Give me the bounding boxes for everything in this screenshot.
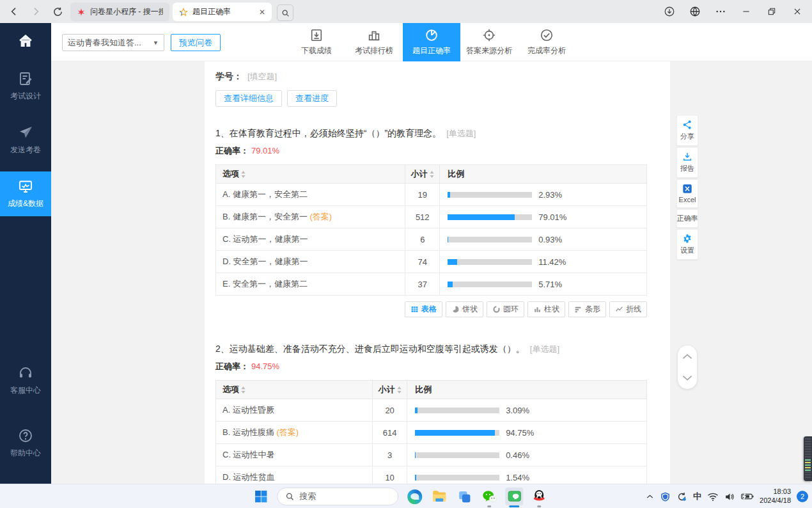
home-icon (17, 33, 34, 49)
chart-type-button-3[interactable]: 柱状 (527, 301, 565, 317)
action-button-0[interactable]: 查看详细信息 (215, 90, 282, 107)
column-header[interactable]: 小计 (373, 381, 407, 399)
tool-panel-1[interactable]: 报告 (676, 147, 698, 178)
count-cell: 19 (405, 184, 440, 206)
ratio-bar-fill (448, 282, 453, 287)
ratio-bar-fill (415, 408, 418, 413)
ime-indicator[interactable]: 中 (693, 491, 701, 502)
battery-icon[interactable] (741, 493, 754, 500)
sort-icon[interactable] (397, 386, 402, 393)
sort-icon[interactable] (241, 171, 246, 178)
option-text: C. 运动第一，健康第一 (223, 234, 308, 244)
browser-menu-icon[interactable] (710, 2, 731, 21)
tool-label: 分享 (680, 132, 694, 141)
ratio-percent: 79.01% (538, 212, 566, 222)
refresh-icon[interactable] (51, 5, 64, 18)
table-row: B. 运动性腹痛 (答案)61494.75% (216, 422, 647, 444)
system-tray: 中 18:03 2024/4/18 2 (646, 484, 808, 508)
content-card: 学号： [填空题] 查看详细信息查看进度 1、在体育教育过程中，必须始终坚持“（… (205, 61, 670, 484)
nav-tab-3[interactable]: 答案来源分析 (460, 23, 518, 61)
sidebar-item-support[interactable]: 客服中心 (0, 358, 51, 403)
security-shield-icon[interactable] (660, 491, 671, 502)
tab-close-icon[interactable]: ✕ (259, 8, 265, 17)
new-tab-search-button[interactable] (277, 4, 293, 21)
ratio-bar-track (415, 452, 499, 458)
taskbar-date: 2024/4/18 (760, 496, 791, 505)
chart-type-button-2[interactable]: 圆环 (487, 301, 524, 317)
help-icon (18, 428, 33, 443)
ratio-percent: 1.54% (506, 473, 529, 482)
tool-panel-3[interactable]: 正确率 (676, 209, 698, 228)
barh-chart-icon (574, 305, 582, 314)
browser-tab-0[interactable]: 问卷星小程序 - 搜一搜 (70, 3, 169, 21)
chart-type-button-0[interactable]: 表格 (405, 301, 442, 317)
volume-icon[interactable] (724, 492, 735, 502)
ratio-percent: 3.09% (506, 406, 529, 415)
start-button[interactable] (252, 488, 270, 505)
tool-excel[interactable]: Excel (676, 179, 698, 208)
taskbar-search[interactable]: 搜索 (277, 488, 398, 505)
sidebar-item-home[interactable] (0, 23, 51, 55)
docked-sidebar-widget[interactable] (804, 436, 812, 481)
sidebar-item-help[interactable]: 帮助中心 (0, 421, 51, 466)
notification-badge[interactable]: 2 (797, 491, 808, 502)
action-button-1[interactable]: 查看进度 (287, 90, 337, 107)
question-title-text: 2、运动基础差、准备活动不充分、进食后立即运动和空腹等引起或诱发（）。 (215, 344, 525, 354)
nav-tab-1[interactable]: 考试排行榜 (345, 23, 403, 61)
widget-stripes (805, 438, 811, 479)
back-icon[interactable] (8, 5, 20, 18)
sidebar-item-send-exam[interactable]: 发送考卷 (0, 118, 51, 163)
wjx-star-icon (77, 8, 86, 17)
sync-icon[interactable] (676, 491, 687, 502)
ratio-bar: 94.75% (415, 428, 646, 438)
ratio-cell: 1.54% (407, 466, 647, 484)
restore-icon[interactable] (761, 2, 783, 21)
chart-type-label: 圆环 (503, 304, 519, 315)
widgets-icon[interactable] (455, 488, 473, 505)
sort-icon[interactable] (241, 386, 246, 393)
scroll-down-icon[interactable] (682, 375, 692, 381)
nav-tab-0[interactable]: 下载成绩 (288, 23, 345, 61)
ratio-bar-fill (415, 430, 495, 436)
student-id-type-tag: [填空题] (247, 71, 277, 83)
action-buttons-row: 查看详细信息查看进度 (215, 90, 659, 107)
chart-type-button-1[interactable]: 饼状 (446, 301, 483, 317)
ratio-bar-track (415, 408, 499, 413)
minimize-icon[interactable] (735, 2, 757, 21)
browser-tab-1[interactable]: 题目正确率✕ (173, 3, 272, 21)
chart-type-button-5[interactable]: 折线 (609, 301, 647, 317)
download-manager-icon[interactable] (659, 2, 680, 21)
column-header[interactable]: 选项 (216, 381, 373, 399)
tray-expand-icon[interactable] (646, 493, 654, 501)
nav-tab-4[interactable]: 完成率分析 (518, 23, 575, 61)
forward-icon[interactable] (29, 5, 42, 18)
tool-panel-0[interactable]: 分享 (676, 115, 698, 146)
globe-icon[interactable] (684, 2, 706, 21)
sidebar-item-scores-data[interactable]: 成绩&数据 (0, 171, 51, 216)
scroll-up-icon[interactable] (682, 353, 692, 360)
nav-tab-label: 题目正确率 (412, 45, 451, 56)
tool-panel-4[interactable]: 设置 (676, 229, 698, 260)
wechat-icon[interactable] (480, 488, 498, 505)
wifi-icon[interactable] (707, 492, 719, 502)
ratio-percent: 2.93% (538, 190, 562, 200)
accuracy-row: 正确率：79.01% (215, 145, 659, 157)
ratio-bar: 3.09% (415, 406, 646, 415)
chart-type-button-4[interactable]: 条形 (568, 301, 606, 317)
file-explorer-icon[interactable] (430, 488, 448, 505)
screenshot-app-icon[interactable] (505, 488, 523, 505)
taskbar-clock[interactable]: 18:03 2024/4/18 (760, 488, 791, 505)
chart-type-buttons: 表格饼状圆环柱状条形折线 (215, 301, 647, 317)
close-icon[interactable] (786, 2, 808, 21)
search-icon (285, 492, 294, 501)
column-header[interactable]: 小计 (405, 165, 440, 184)
nav-tab-2[interactable]: 题目正确率 (403, 23, 460, 61)
edge-icon[interactable] (405, 488, 423, 505)
column-header[interactable]: 选项 (216, 165, 405, 184)
sort-icon[interactable] (430, 171, 434, 178)
question-title-text: 1、在体育教育过程中，必须始终坚持“（）”的教育理念。 (215, 128, 441, 138)
qq-icon[interactable] (530, 488, 548, 505)
sidebar-item-exam-design[interactable]: 考试设计 (0, 64, 51, 109)
nav-tab-label: 完成率分析 (527, 45, 566, 56)
options-table: 选项小计比例A. 运动性昏厥203.09%B. 运动性腹痛 (答案)61494.… (215, 380, 647, 484)
